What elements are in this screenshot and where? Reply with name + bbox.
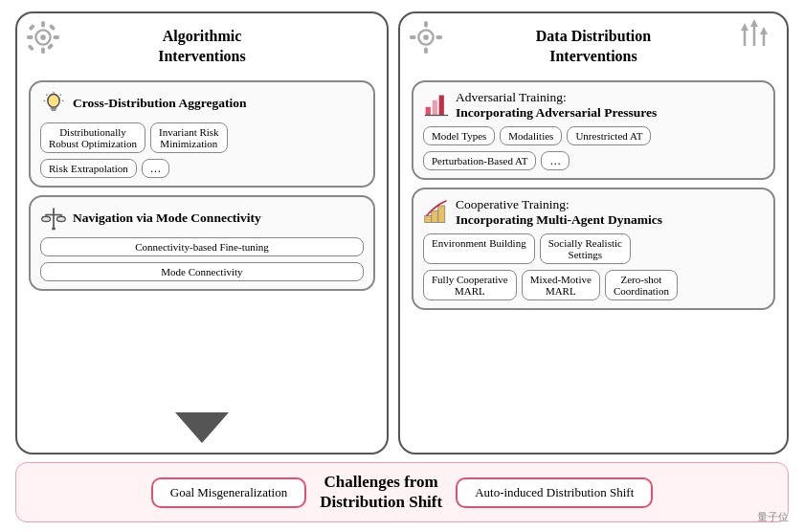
tag-model-types: Model Types: [423, 126, 495, 145]
goal-misgeneralization-label: Goal Misgeneralization: [170, 485, 287, 499]
tag-distributionally: Distributionally Robust Optimization: [40, 122, 145, 153]
navigation-tags-row1: Connectivity-based Fine-tuning: [40, 237, 364, 256]
svg-rect-34: [424, 47, 428, 54]
navigation-title: Navigation via Mode Connectivity: [73, 211, 261, 226]
svg-point-20: [42, 216, 51, 221]
arrow-wrapper: [29, 414, 375, 441]
challenge-row: Goal Misgeneralization Challenges from D…: [15, 462, 789, 522]
navigation-tags-row2: Mode Connectivity: [40, 262, 364, 281]
svg-line-15: [60, 94, 61, 95]
barchart-icon: [423, 92, 450, 119]
left-panel-title: Algorithmic Interventions: [29, 27, 375, 67]
svg-marker-28: [750, 19, 758, 27]
tag-env-building: Environment Building: [423, 233, 535, 264]
right-panel-title: Data Distribution Interventions: [412, 27, 775, 67]
tag-mixed-motive: Mixed-Motive MARL: [522, 270, 600, 300]
svg-point-10: [48, 94, 59, 107]
svg-rect-11: [51, 107, 57, 109]
svg-rect-36: [436, 35, 442, 39]
svg-rect-42: [432, 211, 438, 222]
cross-distribution-tags-row1: Distributionally Robust Optimization Inv…: [40, 122, 364, 153]
svg-rect-33: [424, 21, 428, 28]
svg-rect-35: [410, 35, 416, 39]
svg-rect-2: [41, 21, 45, 28]
svg-rect-38: [433, 100, 437, 115]
auto-induced-box: Auto-induced Distribution Shift: [456, 477, 653, 508]
svg-rect-3: [41, 47, 45, 54]
cross-distribution-section: Cross-Distribution Aggregation Distribut…: [29, 80, 375, 188]
svg-rect-4: [27, 35, 34, 39]
svg-marker-26: [741, 23, 748, 31]
svg-point-21: [57, 216, 66, 221]
svg-rect-39: [439, 95, 444, 115]
svg-rect-9: [49, 24, 56, 31]
main-container: Algorithmic Interventions: [0, 0, 804, 532]
svg-point-1: [40, 34, 46, 40]
tag-unrestricted-at: Unrestricted AT: [567, 126, 651, 145]
tag-invariant: Invariant Risk Minimization: [150, 122, 228, 153]
arrows-icon: [737, 19, 779, 57]
tag-perturbation: Perturbation-Based AT: [423, 151, 537, 170]
adversarial-header: Adversarial Training: Incorporating Adve…: [423, 90, 764, 121]
adversarial-section: Adversarial Training: Incorporating Adve…: [412, 80, 775, 180]
left-panel: Algorithmic Interventions: [15, 11, 389, 454]
tag-modalities: Modalities: [500, 126, 562, 145]
svg-rect-8: [28, 44, 34, 51]
cross-distribution-title: Cross-Distribution Aggregation: [73, 96, 246, 111]
gear-icon-right-panel: [408, 19, 444, 59]
tag-dots1: …: [142, 159, 170, 178]
tag-risk-extrap: Risk Extrapolation: [40, 159, 137, 178]
tag-zero-shot: Zero-shot Coordination: [605, 270, 678, 300]
cooperative-tags-row2: Fully Cooperative MARL Mixed-Motive MARL…: [423, 270, 764, 300]
cross-distribution-header: Cross-Distribution Aggregation: [40, 90, 364, 117]
goal-misgeneralization-box: Goal Misgeneralization: [151, 477, 306, 508]
auto-induced-label: Auto-induced Distribution Shift: [475, 485, 634, 499]
svg-point-32: [423, 34, 429, 40]
navigation-section: Navigation via Mode Connectivity Connect…: [29, 195, 375, 291]
adversarial-title: Adversarial Training: Incorporating Adve…: [456, 90, 657, 121]
right-panel: Data Distribution Interventions Adversar…: [398, 11, 789, 454]
gear-icon-left: [25, 19, 61, 59]
svg-rect-6: [29, 24, 35, 31]
watermark: 量子位: [757, 510, 789, 524]
top-row: Algorithmic Interventions: [15, 11, 789, 454]
cooperative-section: Cooperative Training: Incorporating Mult…: [412, 188, 775, 310]
svg-marker-30: [760, 27, 768, 34]
tag-socially-realistic: Socially Realistic Settings: [540, 233, 631, 264]
challenge-title: Challenges from Distribution Shift: [320, 473, 442, 512]
tag-fully-cooperative: Fully Cooperative MARL: [423, 270, 517, 300]
tag-mode-conn: Mode Connectivity: [40, 262, 364, 281]
svg-line-14: [46, 94, 47, 95]
cooperative-header: Cooperative Training: Incorporating Mult…: [423, 197, 764, 228]
svg-rect-41: [425, 215, 432, 222]
svg-rect-12: [51, 109, 56, 111]
tag-connectivity-fine: Connectivity-based Fine-tuning: [40, 237, 364, 256]
svg-rect-43: [438, 206, 445, 223]
down-arrow: [175, 412, 229, 443]
steps-icon: [423, 199, 450, 226]
svg-rect-37: [426, 106, 431, 115]
scales-icon: [40, 205, 67, 232]
adversarial-tags-row2: Perturbation-Based AT …: [423, 151, 764, 170]
svg-rect-5: [53, 35, 59, 39]
tag-dots2: …: [541, 151, 570, 170]
cross-distribution-tags-row2: Risk Extrapolation …: [40, 159, 364, 178]
lightbulb-icon: [40, 90, 67, 117]
navigation-header: Navigation via Mode Connectivity: [40, 205, 364, 232]
cooperative-tags-row1: Environment Building Socially Realistic …: [423, 233, 764, 264]
svg-rect-24: [52, 227, 56, 230]
adversarial-tags-row1: Model Types Modalities Unrestricted AT: [423, 126, 764, 145]
cooperative-title: Cooperative Training: Incorporating Mult…: [456, 197, 662, 228]
